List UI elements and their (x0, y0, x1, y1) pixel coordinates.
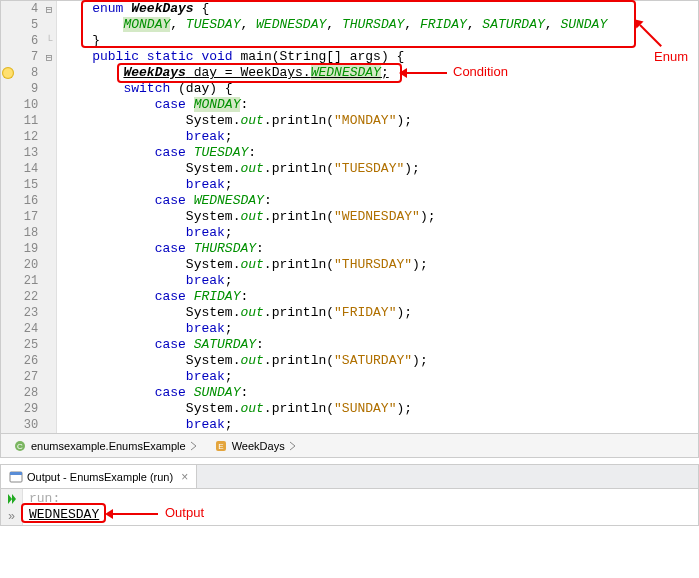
output-content[interactable]: run: WEDNESDAY Output (23, 489, 698, 525)
keyword: break (186, 177, 225, 192)
line-number: 8 (15, 66, 43, 80)
enum-ref: WEDNESDAY (311, 65, 381, 80)
string-literal: "WEDNESDAY" (334, 209, 420, 224)
enum-const: WEDNESDAY (256, 17, 326, 32)
keyword: break (186, 369, 225, 384)
string-literal: "THURSDAY" (334, 257, 412, 272)
line-number: 29 (15, 402, 43, 416)
enum-const: SUNDAY (560, 17, 607, 32)
class-icon: C (13, 439, 27, 453)
line-number: 15 (15, 178, 43, 192)
enum-const: TUESDAY (186, 17, 241, 32)
keyword: case (155, 241, 186, 256)
line-number: 16 (15, 194, 43, 208)
line-number: 5 (15, 18, 43, 32)
fold-icon[interactable]: ⊟ (42, 3, 56, 16)
line-number: 10 (15, 98, 43, 112)
breadcrumb-item-enum[interactable]: E WeekDays (208, 437, 303, 455)
line-number: 9 (15, 82, 43, 96)
keyword: break (186, 321, 225, 336)
output-toolbar: » (1, 489, 23, 525)
svg-rect-5 (10, 472, 22, 475)
line-number: 18 (15, 226, 43, 240)
string-literal: "SATURDAY" (334, 353, 412, 368)
enum-ref: SATURDAY (194, 337, 256, 352)
breadcrumb-label: enumsexample.EnumsExample (31, 440, 186, 452)
line-number: 14 (15, 162, 43, 176)
enum-icon: E (214, 439, 228, 453)
keyword: static (147, 49, 194, 64)
breadcrumb-label: WeekDays (232, 440, 285, 452)
close-icon[interactable]: × (181, 470, 188, 484)
stop-button[interactable]: » (4, 509, 20, 525)
enum-ref: WEDNESDAY (194, 193, 264, 208)
line-number: 21 (15, 274, 43, 288)
line-number: 24 (15, 322, 43, 336)
fold-icon[interactable]: ⊟ (42, 51, 56, 64)
hint-bulb-icon[interactable] (1, 67, 15, 79)
line-number: 28 (15, 386, 43, 400)
line-number: 22 (15, 290, 43, 304)
enum-ref: THURSDAY (194, 241, 256, 256)
string-literal: "SUNDAY" (334, 401, 396, 416)
breadcrumb: C enumsexample.EnumsExample E WeekDays (0, 434, 699, 458)
line-number: 25 (15, 338, 43, 352)
enum-ref: TUESDAY (194, 145, 249, 160)
line-number: 13 (15, 146, 43, 160)
line-number: 30 (15, 418, 43, 432)
line-number: 27 (15, 370, 43, 384)
line-number: 4 (15, 2, 43, 16)
chevron-right-icon (190, 441, 198, 451)
enum-const: THURSDAY (342, 17, 404, 32)
line-number: 20 (15, 258, 43, 272)
line-gutter: 4⊟ 5 6└ 7⊟ 8 9 10 11 12 13 14 15 16 17 1… (1, 1, 57, 433)
string-literal: "FRIDAY" (334, 305, 396, 320)
keyword: break (186, 417, 225, 432)
keyword: switch (123, 81, 170, 96)
line-number: 7 (15, 50, 43, 64)
line-number: 6 (15, 34, 43, 48)
code-area[interactable]: enum WeekDays { MONDAY, TUESDAY, WEDNESD… (57, 1, 698, 433)
output-tab[interactable]: Output - EnumsExample (run) × (1, 465, 197, 488)
output-tab-bar: Output - EnumsExample (run) × (1, 465, 698, 489)
string-literal: "MONDAY" (334, 113, 396, 128)
keyword: case (155, 385, 186, 400)
keyword-enum: enum (92, 1, 123, 16)
line-number: 17 (15, 210, 43, 224)
keyword: break (186, 129, 225, 144)
keyword: case (155, 145, 186, 160)
type-ref: WeekDays (123, 65, 185, 80)
keyword: case (155, 289, 186, 304)
svg-text:C: C (17, 442, 23, 451)
output-panel: Output - EnumsExample (run) × » run: WED… (0, 464, 699, 526)
keyword: case (155, 193, 186, 208)
enum-ref: MONDAY (194, 97, 241, 112)
output-run-label: run: (29, 491, 692, 507)
output-tab-title: Output - EnumsExample (run) (27, 471, 173, 483)
line-number: 11 (15, 114, 43, 128)
chevron-right-icon (289, 441, 297, 451)
keyword: case (155, 97, 186, 112)
enum-ref: FRIDAY (194, 289, 241, 304)
line-number: 19 (15, 242, 43, 256)
keyword: break (186, 225, 225, 240)
breadcrumb-item-class[interactable]: C enumsexample.EnumsExample (7, 437, 204, 455)
terminal-icon (9, 470, 23, 484)
line-number: 23 (15, 306, 43, 320)
keyword: public (92, 49, 139, 64)
keyword: case (155, 337, 186, 352)
enum-const: FRIDAY (420, 17, 467, 32)
enum-const: MONDAY (123, 17, 170, 32)
line-number: 26 (15, 354, 43, 368)
svg-text:E: E (218, 442, 223, 451)
string-literal: "TUESDAY" (334, 161, 404, 176)
enum-name: WeekDays (131, 1, 193, 16)
output-result: WEDNESDAY (29, 507, 692, 523)
code-editor[interactable]: 4⊟ 5 6└ 7⊟ 8 9 10 11 12 13 14 15 16 17 1… (0, 0, 699, 434)
enum-const: SATURDAY (482, 17, 544, 32)
line-number: 12 (15, 130, 43, 144)
rerun-button[interactable] (4, 491, 20, 507)
keyword: break (186, 273, 225, 288)
enum-ref: SUNDAY (194, 385, 241, 400)
keyword: void (201, 49, 232, 64)
